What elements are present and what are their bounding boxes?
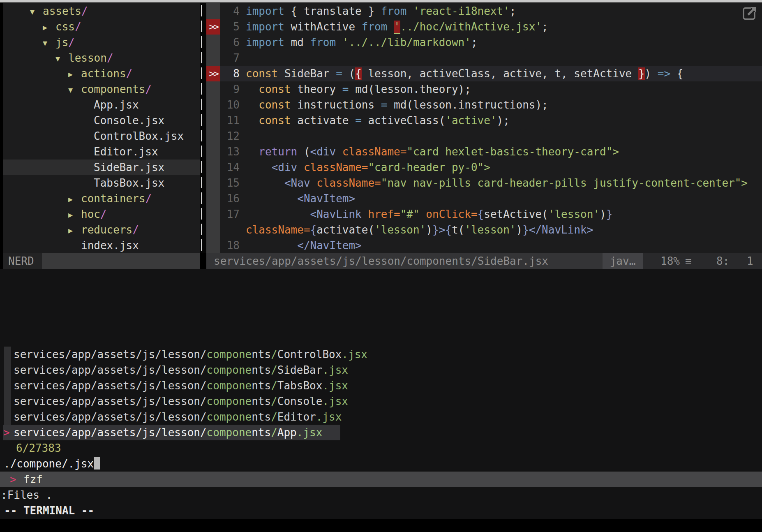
fzf-query[interactable]: ./compone/.jsx (4, 456, 100, 472)
code-token: = (304, 224, 310, 236)
fzf-match-text: .jsx (297, 426, 323, 439)
code-token: <NavLink (310, 208, 362, 220)
code-line[interactable]: 16 <NavItem> (206, 191, 762, 206)
code-line[interactable]: 15 <Nav className="nav nav-pills card-he… (206, 175, 762, 191)
fzf-result-row[interactable]: services/app/assets/js/lesson/components… (0, 393, 762, 409)
code-token: "card-header py-0" (368, 161, 484, 173)
code-token: ; (510, 5, 516, 17)
fzf-match-text: .jsx (342, 348, 367, 361)
line-number: 15 (220, 175, 240, 191)
tree-item-actions[interactable]: ▸actions/ (3, 66, 200, 81)
tree-item-label: lesson (68, 52, 107, 64)
terminal-job-title: fzf (23, 472, 43, 487)
fzf-result-path: services/app/assets/js/lesson/components… (14, 393, 348, 409)
code-token: = (381, 99, 388, 111)
code-token (246, 83, 259, 95)
code-text: <Nav className="nav nav-pills card-heade… (246, 175, 748, 191)
tree-item-console-jsx[interactable]: Console.jsx (3, 113, 200, 128)
code-token: setActive( (484, 208, 548, 220)
code-token: SideBar (278, 67, 336, 80)
fzf-result-row[interactable]: services/app/assets/js/lesson/components… (0, 362, 762, 378)
code-token: = (471, 208, 478, 220)
fzf-result-row[interactable]: services/app/assets/js/lesson/components… (0, 378, 762, 393)
chevron-down-icon[interactable]: ▾ (43, 35, 55, 51)
tree-item-index-jsx[interactable]: index.jsx (3, 238, 200, 253)
chevron-down-icon[interactable]: ▾ (55, 51, 68, 67)
code-line[interactable]: 18 </NavItem> (206, 238, 762, 253)
fzf-match-text: .jsx (322, 379, 348, 392)
fzf-match-text: compone (207, 411, 252, 423)
statusline-filepath: services/app/assets/js/lesson/components… (214, 253, 548, 269)
chevron-down-icon[interactable]: ▾ (30, 4, 43, 20)
terminal-panel[interactable]: services/app/assets/js/lesson/components… (0, 269, 762, 519)
code-line[interactable]: 5import withActive from '../hoc/withActi… (206, 19, 762, 35)
tree-item-reducers[interactable]: ▸reducers/ (3, 222, 200, 238)
window-separator (200, 3, 206, 253)
statusline-editor: services/app/assets/js/lesson/components… (206, 253, 762, 269)
fzf-path-text: nts (252, 411, 271, 423)
tree-item-lesson[interactable]: ▾lesson/ (3, 50, 200, 66)
fzf-path-text: Editor (277, 411, 316, 423)
code-token: ( (342, 67, 355, 80)
fzf-path-text: Console (277, 395, 323, 407)
fzf-path-text: services/app/assets/js/lesson/ (14, 411, 207, 423)
nerdtree-panel[interactable]: ▾assets/▸css/▾js/▾lesson/▸actions/▾compo… (3, 3, 200, 253)
buffer-lines-icon: ≡ (685, 253, 692, 269)
code-line[interactable]: 9 const theory = md(lesson.theory); (206, 81, 762, 97)
code-line[interactable]: 14 <div className="card-header py-0"> (206, 160, 762, 175)
code-token: > (484, 161, 490, 173)
tree-item-tabsbox-jsx[interactable]: TabsBox.jsx (3, 175, 200, 191)
code-line[interactable]: className={activate('lesson')}>{t('lesso… (206, 222, 762, 238)
line-number: 5 (220, 19, 240, 35)
tree-item-js[interactable]: ▾js/ (3, 35, 200, 50)
chevron-right-icon[interactable]: ▸ (68, 223, 81, 238)
code-line[interactable]: 6import md from '../../lib/markdown'; (206, 35, 762, 50)
fzf-path-text: services/app/assets/js/lesson/ (14, 395, 207, 407)
chevron-right-icon[interactable]: ▸ (68, 207, 81, 223)
code-line[interactable]: 8const SideBar = ({ lesson, activeClass,… (206, 66, 762, 81)
chevron-down-icon[interactable]: ▾ (68, 82, 81, 98)
fzf-path-text: nts (252, 379, 271, 392)
code-token (246, 161, 272, 173)
external-link-icon[interactable] (740, 4, 759, 23)
fzf-result-row[interactable]: services/app/assets/js/lesson/components… (0, 347, 762, 362)
fzf-result-row[interactable]: services/app/assets/js/lesson/components… (0, 409, 762, 425)
code-token (406, 5, 413, 17)
tree-item-css[interactable]: ▸css/ (3, 19, 200, 35)
chevron-right-icon[interactable]: ▸ (43, 20, 55, 35)
code-token: { (670, 67, 683, 80)
cursor-column: 1 (747, 253, 753, 269)
editor-panel[interactable]: 4import { translate } from 'react-i18nex… (206, 3, 762, 253)
code-line[interactable]: 13 return (<div className="card hexlet-b… (206, 144, 762, 160)
line-number: 9 (220, 81, 240, 97)
code-line[interactable]: 17 <NavLink href="#" onClick={setActive(… (206, 206, 762, 222)
line-number: 17 (220, 206, 240, 222)
tree-item-containers[interactable]: ▸containers/ (3, 191, 200, 206)
dir-slash: / (75, 21, 81, 33)
code-line[interactable]: 11 const activate = activeClass('active'… (206, 113, 762, 128)
tree-item-app-jsx[interactable]: App.jsx (3, 97, 200, 113)
tree-item-controlbox-jsx[interactable]: ControlBox.jsx (3, 128, 200, 144)
code-token (246, 114, 259, 127)
code-token: '../../lib/markdown' (342, 36, 471, 49)
fzf-result-path: services/app/assets/js/lesson/components… (14, 362, 348, 378)
tree-item-assets[interactable]: ▾assets/ (3, 3, 200, 19)
tree-item-sidebar-jsx[interactable]: SideBar.jsx (3, 160, 200, 175)
fzf-path-text: services/app/assets/js/lesson/ (14, 364, 207, 376)
tree-item-hoc[interactable]: ▸hoc/ (3, 206, 200, 222)
code-line[interactable]: 12 (206, 128, 762, 144)
tree-item-components[interactable]: ▾components/ (3, 81, 200, 97)
fzf-result-row[interactable]: >services/app/assets/js/lesson/component… (0, 425, 762, 440)
code-line[interactable]: 4import { translate } from 'react-i18nex… (206, 3, 762, 19)
code-token: import (246, 21, 284, 33)
tree-item-label: ControlBox.jsx (94, 130, 184, 142)
code-token: import (246, 5, 284, 17)
selection-pointer-icon: > (3, 425, 10, 440)
chevron-right-icon[interactable]: ▸ (68, 67, 81, 82)
tree-item-editor-jsx[interactable]: Editor.jsx (3, 144, 200, 160)
code-token: ; (542, 21, 548, 33)
code-line[interactable]: 10 const instructions = md(lesson.instru… (206, 97, 762, 113)
fzf-match-text: compone (207, 379, 252, 392)
code-line[interactable]: 7 (206, 50, 762, 66)
chevron-right-icon[interactable]: ▸ (68, 192, 81, 207)
